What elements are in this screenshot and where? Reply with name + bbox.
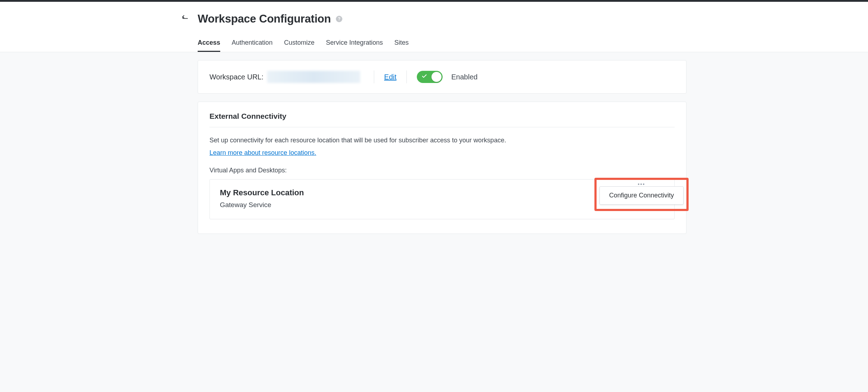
external-connectivity-card: External Connectivity Set up connectivit…	[198, 102, 686, 234]
tab-access[interactable]: Access	[198, 39, 220, 52]
more-options-icon[interactable]: •••	[599, 183, 684, 186]
configure-connectivity-callout: ••• Configure Connectivity	[594, 178, 689, 211]
workspace-url-value-redacted	[267, 71, 360, 83]
toggle-knob	[431, 72, 442, 82]
tab-authentication[interactable]: Authentication	[232, 39, 273, 52]
page-title: Workspace Configuration	[198, 13, 331, 25]
divider	[374, 70, 374, 83]
tab-bar: Access Authentication Customize Service …	[182, 39, 686, 52]
page-header: Workspace Configuration ? Access Authent…	[0, 2, 868, 52]
tab-sites[interactable]: Sites	[394, 39, 409, 52]
resource-location-card: My Resource Location Gateway Service •••…	[209, 179, 675, 219]
tab-service-integrations[interactable]: Service Integrations	[326, 39, 383, 52]
external-connectivity-title: External Connectivity	[209, 112, 675, 127]
back-arrow-icon[interactable]	[182, 14, 189, 23]
workspace-url-label: Workspace URL:	[209, 73, 264, 81]
virtual-apps-label: Virtual Apps and Desktops:	[209, 167, 675, 174]
edit-url-link[interactable]: Edit	[384, 73, 396, 81]
enable-toggle[interactable]	[417, 71, 443, 83]
check-icon	[421, 73, 427, 80]
divider	[406, 70, 407, 83]
help-icon[interactable]: ?	[336, 16, 342, 22]
toggle-state-label: Enabled	[451, 73, 477, 81]
workspace-url-card: Workspace URL: Edit Enabled	[198, 60, 686, 94]
external-connectivity-description: Set up connectivity for each resource lo…	[209, 137, 675, 144]
configure-connectivity-button[interactable]: Configure Connectivity	[599, 186, 684, 205]
tab-customize[interactable]: Customize	[284, 39, 314, 52]
learn-more-link[interactable]: Learn more about resource locations.	[209, 149, 316, 157]
main-content: Workspace URL: Edit Enabled External Con…	[169, 52, 699, 256]
